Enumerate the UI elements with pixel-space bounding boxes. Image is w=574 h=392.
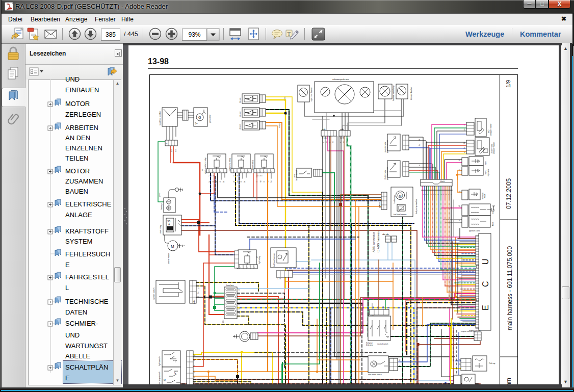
svg-text:light switch: light switch [159, 356, 161, 366]
svg-text:main harness - 601.11.075.00: main harness - 601.11.075.000 [506, 246, 513, 330]
svg-text:U: U [481, 258, 490, 265]
svg-text:rear: rear [492, 211, 494, 214]
svg-text:2nd gear: 2nd gear [366, 344, 374, 346]
svg-text:bk: bk [244, 180, 246, 182]
svg-text:1/9: 1/9 [505, 80, 511, 88]
svg-text:1 2 3: 1 2 3 [340, 137, 344, 139]
svg-text:3~: 3~ [195, 122, 198, 125]
svg-text:xxAx: xxAx [340, 128, 344, 130]
svg-text:light relay: light relay [258, 256, 260, 264]
svg-text:bk: bk [419, 139, 421, 141]
svg-text:1 2 3: 1 2 3 [277, 278, 281, 280]
svg-text:position sensor: position sensor [386, 140, 388, 153]
svg-text:ABS connector: ABS connector [372, 232, 375, 252]
svg-text:13-98: 13-98 [148, 57, 169, 66]
svg-text:brake switch: brake switch [296, 170, 298, 180]
svg-text:fuel pump relay: fuel pump relay [229, 158, 231, 171]
svg-text:front: front [492, 221, 494, 226]
svg-text:red: red [171, 149, 173, 152]
svg-text:generator: generator [209, 114, 211, 123]
svg-text:start relay: start relay [160, 225, 162, 233]
svg-text:fuse box: fuse box [226, 284, 233, 286]
svg-text:neutral switch: neutral switch [377, 343, 388, 345]
svg-text:T: T [288, 31, 291, 37]
svg-text:3 1 2 4: 3 1 2 4 [322, 137, 327, 139]
svg-text:rd: rd [219, 181, 221, 182]
svg-text:injectors: injectors [487, 169, 489, 176]
svg-text:xxftwmergsuftx.mw: xxftwmergsuftx.mw [332, 79, 349, 81]
svg-text:starter motor: starter motor [168, 253, 170, 264]
svg-text:fuel pump module: fuel pump module [415, 199, 418, 214]
svg-text:b+: b+ [166, 143, 168, 145]
svg-text:og: og [259, 180, 262, 182]
svg-text:black: black [440, 180, 445, 182]
svg-text:yxAxxx: yxAxxx [379, 202, 381, 208]
svg-text:engine control unit: engine control unit [461, 330, 476, 332]
svg-text:07.12.2005: 07.12.2005 [505, 178, 512, 209]
svg-text:valve: valve [484, 194, 486, 198]
svg-text:right rear flasher: right rear flasher [310, 87, 312, 101]
svg-text:bn: bn [332, 141, 334, 143]
svg-text:fuelpump: fuelpump [394, 195, 396, 203]
svg-text:gn: gn [463, 128, 465, 130]
svg-text:xAx xAx: xAx xAx [382, 233, 389, 236]
svg-text:pk: pk [458, 205, 460, 207]
svg-text:stepper motor: stepper motor [493, 142, 495, 154]
svg-text:bk: bk [419, 164, 421, 166]
svg-text:rd: rd [240, 181, 242, 182]
svg-text:fuel level sensor: fuel level sensor [273, 253, 275, 267]
svg-text:stepper motor: stepper motor [490, 123, 492, 136]
svg-text:yw: yw [463, 150, 465, 153]
svg-text:orange: orange [278, 123, 280, 128]
svg-text:start auxiliary relay: start auxiliary relay [204, 158, 206, 174]
svg-text:green: green [159, 193, 161, 197]
svg-text:rear: rear [485, 161, 487, 165]
svg-text:power relay: power relay [252, 160, 254, 170]
svg-text:license plate lamp: license plate lamp [393, 86, 395, 101]
svg-text:de-ice: de-ice [239, 124, 241, 129]
svg-text:bu: bu [237, 180, 239, 182]
svg-text:ignition switch: ignition switch [153, 288, 155, 300]
svg-text:C: C [481, 281, 490, 287]
svg-text:side stand switch: side stand switch [368, 374, 382, 376]
svg-text:red: red [201, 169, 203, 171]
svg-text:to ABS harness: to ABS harness [377, 231, 380, 252]
svg-text:rd: rd [263, 181, 265, 182]
svg-text:bu: bu [419, 144, 421, 146]
svg-text:position sensor: position sensor [386, 167, 388, 180]
svg-text:battery: battery [161, 203, 163, 210]
svg-text:regulator rectifier: regulator rectifier [159, 111, 161, 125]
svg-text:bk: bk [223, 180, 225, 182]
svg-text:ignition coil's: ignition coil's [469, 230, 480, 232]
svg-text:rd: rd [238, 289, 240, 291]
svg-text:M: M [399, 194, 402, 197]
svg-text:bn: bn [197, 292, 199, 294]
svg-text:left rear flasher: left rear flasher [410, 87, 412, 100]
svg-text:M: M [164, 379, 166, 382]
svg-text:M: M [171, 244, 174, 249]
svg-text:fuel level sensor: fuel level sensor [394, 214, 407, 216]
svg-text:yb: yb [233, 180, 235, 182]
svg-text:E: E [481, 305, 490, 310]
svg-text:xxAx: xxAx [193, 300, 195, 304]
svg-text:G: G [198, 116, 201, 119]
svg-text:bu: bu [399, 359, 401, 361]
svg-text:red: red [175, 149, 177, 152]
svg-text:de-ice: de-ice [239, 98, 241, 103]
svg-text:1 B: 1 B [222, 320, 224, 323]
svg-text:de-ice: de-ice [239, 112, 241, 117]
svg-text:front: front [485, 170, 487, 174]
svg-text:start stop switch: start stop switch [159, 372, 161, 385]
svg-text:xxAx: xxAx [322, 128, 326, 130]
svg-text:bu: bu [270, 180, 272, 182]
svg-text:Pick up: Pick up [489, 362, 495, 364]
